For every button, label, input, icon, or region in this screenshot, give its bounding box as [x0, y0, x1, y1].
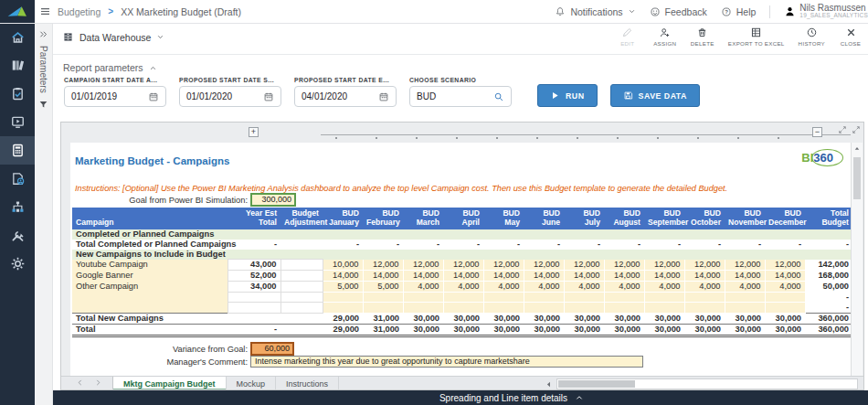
value-cell[interactable]: 4,000 — [443, 282, 483, 293]
value-cell[interactable]: 14,000 — [323, 271, 363, 282]
comment-input-cell[interactable]: Intense marketing this year due to great… — [250, 356, 643, 368]
value-cell[interactable] — [604, 303, 644, 314]
scroll-left-button[interactable] — [544, 379, 554, 389]
value-cell[interactable]: 12,000 — [403, 260, 443, 271]
value-cell[interactable] — [443, 303, 483, 314]
bottom-panel-header[interactable]: Spreading and Line item details — [53, 390, 868, 405]
row-label-cell[interactable]: Google Banner — [72, 271, 228, 282]
sidebar-item-reporting[interactable] — [0, 108, 35, 136]
value-cell[interactable] — [363, 293, 403, 303]
value-cell[interactable]: 12,000 — [725, 260, 765, 271]
value-cell[interactable] — [524, 293, 564, 303]
value-cell[interactable]: 12,000 — [524, 260, 564, 271]
run-button[interactable]: RUN — [537, 84, 598, 107]
value-cell[interactable]: 14,000 — [725, 271, 765, 282]
param-field-input[interactable]: 04/01/2020 — [294, 86, 397, 107]
value-cell[interactable]: 10,000 — [323, 260, 363, 271]
value-cell[interactable]: 14,000 — [443, 271, 483, 282]
value-cell[interactable]: 14,000 — [403, 271, 443, 282]
value-cell[interactable] — [725, 303, 765, 314]
toolbar-close-button[interactable]: CLOSE — [839, 27, 863, 47]
sidebar-item-tasks[interactable] — [0, 80, 35, 108]
horizontal-scrollbar[interactable] — [544, 378, 858, 389]
value-cell[interactable]: 12,000 — [644, 260, 684, 271]
value-cell[interactable]: 14,000 — [363, 271, 403, 282]
value-cell[interactable]: 12,000 — [564, 260, 604, 271]
help-button[interactable]: ? Help — [721, 6, 757, 17]
app-logo[interactable] — [0, 0, 35, 23]
next-sheet-button[interactable] — [94, 378, 102, 387]
param-field-input[interactable]: 01/01/2019 — [64, 86, 166, 107]
value-cell[interactable] — [564, 293, 604, 303]
sidebar-item-settings[interactable] — [0, 250, 35, 278]
sidebar-item-library[interactable] — [0, 51, 35, 80]
value-cell[interactable]: 5,000 — [323, 282, 363, 293]
value-cell[interactable]: 14,000 — [604, 271, 644, 282]
value-cell[interactable] — [684, 293, 725, 303]
value-cell[interactable] — [644, 293, 684, 303]
value-cell[interactable]: 4,000 — [765, 282, 805, 293]
value-cell[interactable] — [524, 303, 564, 314]
goal-input-cell[interactable]: 300,000 — [250, 193, 296, 207]
value-cell[interactable]: 12,000 — [443, 260, 483, 271]
value-cell[interactable]: 14,000 — [524, 271, 564, 282]
value-cell[interactable] — [483, 293, 524, 303]
value-cell[interactable]: 4,000 — [524, 282, 564, 293]
value-cell[interactable] — [564, 303, 604, 314]
parameters-panel-strip[interactable]: Parameters — [35, 23, 53, 405]
horizontal-scroll-track[interactable] — [556, 378, 858, 389]
value-cell[interactable] — [403, 293, 443, 303]
value-cell[interactable]: 4,000 — [564, 282, 604, 293]
value-cell[interactable]: 4,000 — [725, 282, 765, 293]
value-cell[interactable]: 14,000 — [483, 271, 524, 282]
horizontal-scroll-thumb[interactable] — [558, 380, 635, 388]
outline-expand-button[interactable]: + — [249, 127, 259, 137]
prev-sheet-button[interactable] — [76, 378, 84, 387]
param-field-input[interactable]: 01/01/2020 — [179, 86, 281, 107]
toolbar-export-to-excel-button[interactable]: EXPORT TO EXCEL — [728, 27, 785, 47]
value-cell[interactable] — [281, 282, 323, 293]
toolbar-assign-button[interactable]: ASSIGN — [653, 27, 677, 47]
value-cell[interactable] — [765, 293, 805, 303]
value-cell[interactable] — [684, 303, 725, 314]
value-cell[interactable] — [725, 293, 765, 303]
value-cell[interactable] — [228, 303, 281, 314]
value-cell[interactable]: 12,000 — [765, 260, 805, 271]
value-cell[interactable] — [281, 303, 323, 314]
value-cell[interactable] — [403, 303, 443, 314]
breadcrumb-section[interactable]: Budgeting — [58, 6, 101, 17]
value-cell[interactable] — [765, 303, 805, 314]
vertical-scroll-thumb[interactable] — [853, 157, 861, 199]
param-field-input[interactable]: BUD — [409, 86, 512, 107]
value-cell[interactable]: 14,000 — [765, 271, 805, 282]
value-cell[interactable] — [323, 293, 363, 303]
datasource-selector[interactable]: Data Warehouse — [62, 31, 164, 43]
sidebar-item-workflow[interactable] — [0, 193, 35, 221]
value-cell[interactable] — [228, 293, 281, 303]
menu-toggle[interactable] — [39, 5, 51, 17]
user-menu[interactable]: Nils Rasmussen 19_SALES_ANALYTICS — [784, 4, 868, 19]
scroll-up-button[interactable] — [852, 143, 863, 154]
value-cell[interactable]: 4,000 — [604, 282, 644, 293]
value-cell[interactable]: 5,000 — [363, 282, 403, 293]
value-cell[interactable]: 4,000 — [684, 282, 725, 293]
value-cell[interactable]: 4,000 — [483, 282, 524, 293]
value-cell[interactable]: 12,000 — [684, 260, 725, 271]
value-cell[interactable] — [443, 293, 483, 303]
sheet-tab-instructions[interactable]: Instructions — [276, 377, 339, 390]
save-data-button[interactable]: SAVE DATA — [610, 84, 700, 107]
value-cell[interactable] — [604, 293, 644, 303]
value-cell[interactable]: 52,000 — [228, 271, 281, 282]
feedback-button[interactable]: Feedback — [650, 6, 707, 17]
sidebar-item-administration[interactable] — [0, 221, 35, 250]
row-label-cell[interactable]: Youtube Campaign — [72, 260, 228, 271]
sidebar-item-home[interactable] — [0, 23, 35, 51]
value-cell[interactable]: 12,000 — [363, 260, 403, 271]
value-cell[interactable]: 14,000 — [644, 271, 684, 282]
row-label-cell[interactable] — [72, 303, 228, 314]
value-cell[interactable]: 43,000 — [228, 260, 281, 271]
value-cell[interactable] — [483, 303, 524, 314]
value-cell[interactable] — [363, 303, 403, 314]
value-cell[interactable]: 4,000 — [403, 282, 443, 293]
notifications-menu[interactable]: Notifications — [555, 6, 635, 17]
